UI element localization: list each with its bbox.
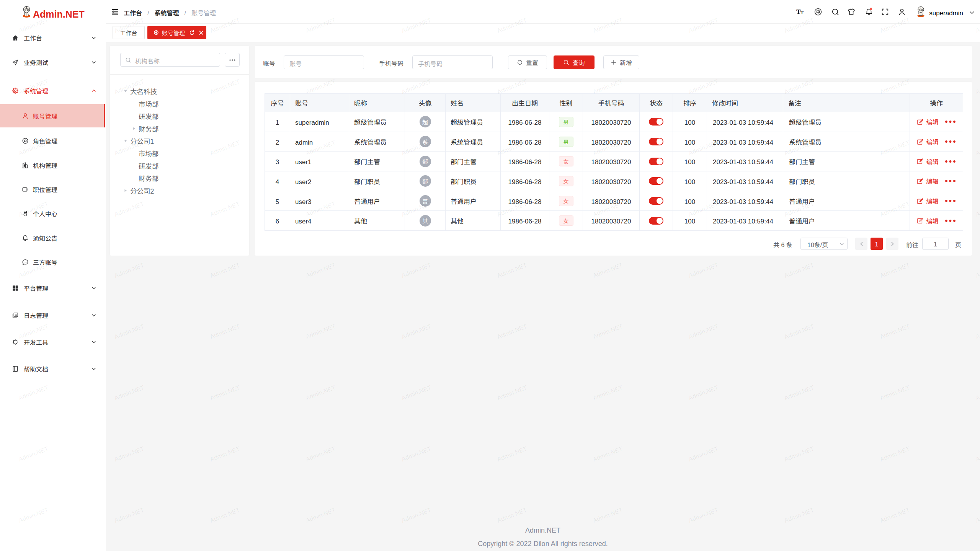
svg-text:T: T <box>800 10 804 15</box>
